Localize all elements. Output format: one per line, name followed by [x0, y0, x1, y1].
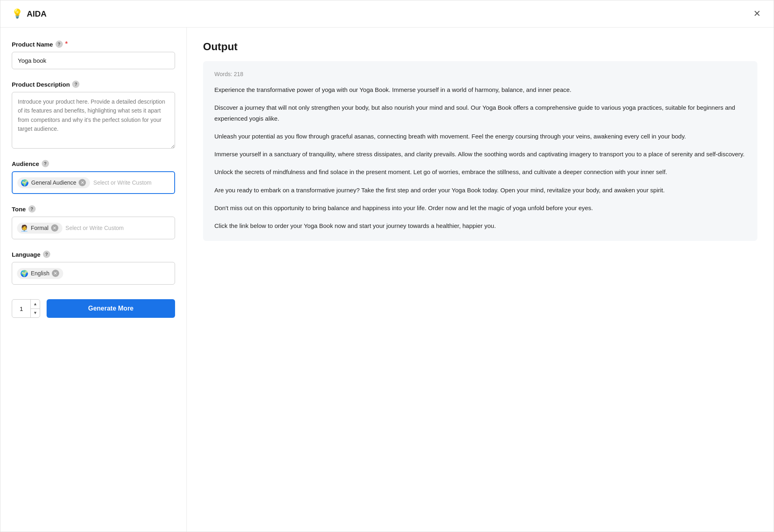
audience-tag-label: General Audience: [31, 179, 76, 186]
tone-tag-label: Formal: [31, 225, 49, 231]
title-bar-left: 💡 AIDA: [12, 9, 47, 19]
language-tag-emoji: 🌍: [20, 270, 28, 277]
output-text: Experience the transformative power of y…: [214, 85, 746, 231]
tone-group: Tone ? 🧑‍💼 Formal ✕ Select or Write Cust…: [12, 205, 175, 239]
tone-label: Tone ?: [12, 205, 175, 213]
audience-tag: 🌍 General Audience ✕: [17, 177, 90, 188]
audience-placeholder: Select or Write Custom: [93, 179, 152, 186]
left-panel: Product Name ? * Product Description ? A…: [0, 28, 187, 532]
product-description-label: Product Description ?: [12, 81, 175, 88]
output-content: Words: 218 Experience the transformative…: [203, 61, 757, 241]
stepper-up[interactable]: ▲: [31, 300, 40, 309]
tone-tag-remove[interactable]: ✕: [51, 224, 58, 232]
quantity-value[interactable]: [12, 305, 30, 312]
generate-more-button[interactable]: Generate More: [47, 299, 175, 318]
product-name-label: Product Name ? *: [12, 40, 175, 48]
product-name-group: Product Name ? *: [12, 40, 175, 69]
app-window: 💡 AIDA ✕ Product Name ? * Product Descri…: [0, 0, 774, 532]
tone-label-text: Tone: [12, 206, 26, 213]
audience-label: Audience ?: [12, 160, 175, 167]
audience-tag-emoji: 🌍: [21, 179, 29, 187]
close-button[interactable]: ✕: [752, 8, 762, 20]
audience-label-text: Audience: [12, 160, 39, 167]
title-bar: 💡 AIDA ✕: [0, 0, 774, 28]
product-description-help-icon[interactable]: ?: [72, 81, 79, 88]
bottom-controls: ▲ ▼ Generate More: [12, 299, 175, 318]
language-tag-label: English: [31, 270, 49, 277]
tone-tag: 🧑‍💼 Formal ✕: [17, 223, 62, 234]
tone-help-icon[interactable]: ?: [28, 205, 36, 213]
output-paragraph-4: Unlock the secrets of mindfulness and fi…: [214, 167, 746, 177]
stepper-down[interactable]: ▼: [31, 309, 40, 318]
product-description-label-text: Product Description: [12, 81, 70, 88]
output-paragraph-0: Experience the transformative power of y…: [214, 85, 746, 95]
language-tag-remove[interactable]: ✕: [52, 270, 59, 277]
audience-tag-remove[interactable]: ✕: [79, 179, 86, 186]
output-title: Output: [203, 40, 757, 53]
language-input[interactable]: 🌍 English ✕: [12, 262, 175, 285]
product-name-input[interactable]: [12, 52, 175, 69]
tone-tag-emoji: 🧑‍💼: [20, 224, 28, 232]
audience-help-icon[interactable]: ?: [42, 160, 49, 167]
product-name-help-icon[interactable]: ?: [56, 40, 63, 48]
stepper-arrows: ▲ ▼: [30, 300, 40, 317]
language-help-icon[interactable]: ?: [43, 251, 50, 258]
language-label: Language ?: [12, 251, 175, 258]
bulb-icon: 💡: [12, 9, 23, 19]
product-name-label-text: Product Name: [12, 41, 53, 48]
output-paragraph-1: Discover a journey that will not only st…: [214, 102, 746, 124]
product-description-input[interactable]: [12, 92, 175, 149]
right-panel: Output Words: 218 Experience the transfo…: [187, 28, 774, 532]
tone-placeholder: Select or Write Custom: [66, 225, 124, 231]
language-label-text: Language: [12, 251, 41, 258]
audience-input[interactable]: 🌍 General Audience ✕ Select or Write Cus…: [12, 171, 175, 194]
main-content: Product Name ? * Product Description ? A…: [0, 28, 774, 532]
output-paragraph-7: Click the link below to order your Yoga …: [214, 221, 746, 231]
language-group: Language ? 🌍 English ✕: [12, 251, 175, 285]
required-star: *: [65, 40, 68, 48]
word-count: Words: 218: [214, 71, 746, 77]
output-paragraph-6: Don't miss out on this opportunity to br…: [214, 203, 746, 213]
product-description-group: Product Description ?: [12, 81, 175, 149]
quantity-stepper[interactable]: ▲ ▼: [12, 299, 40, 318]
language-tag: 🌍 English ✕: [17, 268, 63, 279]
audience-group: Audience ? 🌍 General Audience ✕ Select o…: [12, 160, 175, 194]
tone-input[interactable]: 🧑‍💼 Formal ✕ Select or Write Custom: [12, 217, 175, 239]
output-paragraph-5: Are you ready to embark on a transformat…: [214, 185, 746, 196]
output-paragraph-2: Unleash your potential as you flow throu…: [214, 131, 746, 142]
output-paragraph-3: Immerse yourself in a sanctuary of tranq…: [214, 149, 746, 160]
app-title: AIDA: [27, 9, 47, 19]
